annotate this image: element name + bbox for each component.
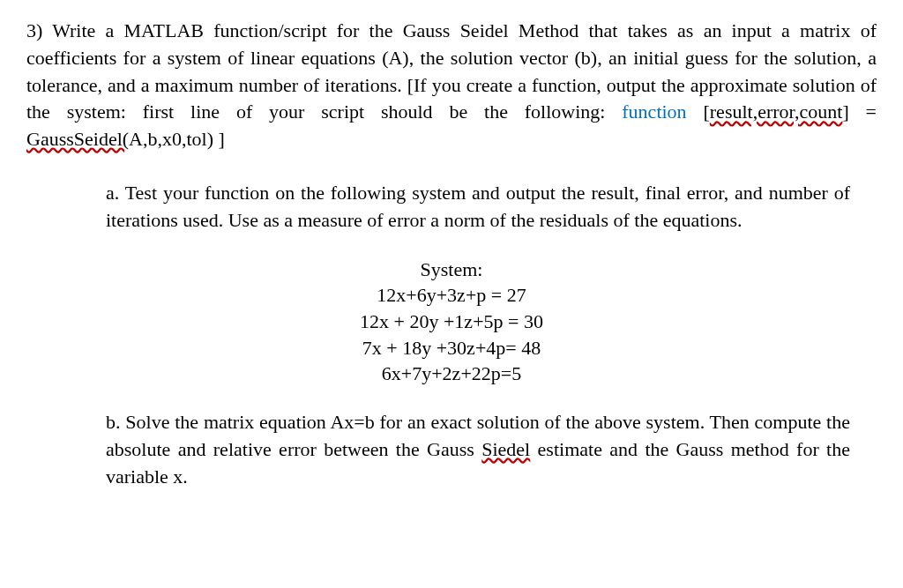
part-a-label: a. — [106, 182, 119, 204]
func-args: A,b,x0,tol) ] — [129, 128, 225, 150]
func-sig-open: [ — [687, 100, 710, 123]
system-title: System: — [26, 257, 877, 283]
equation-2: 12x + 20y +1z+5p = 30 — [26, 309, 877, 335]
function-keyword: function — [622, 100, 686, 123]
part-b-label: b. — [106, 411, 121, 433]
equation-3: 7x + 18y +30z+4p= 48 — [26, 335, 877, 361]
func-sig-close: ] = — [842, 100, 877, 123]
part-b: b. Solve the matrix equation Ax=b for an… — [106, 409, 850, 490]
func-name: GaussSeidel( — [26, 128, 129, 150]
system-equations: System: 12x+6y+3z+p = 27 12x + 20y +1z+5… — [26, 257, 877, 387]
func-outputs: result,error,count — [710, 100, 843, 123]
part-a: a. Test your function on the following s… — [106, 180, 850, 234]
equation-1: 12x+6y+3z+p = 27 — [26, 282, 877, 309]
question-number: 3) — [26, 19, 42, 41]
question-3-paragraph: 3) Write a MATLAB function/script for th… — [26, 18, 877, 153]
part-a-text: Test your function on the following syst… — [106, 182, 850, 231]
siedel-misspell: Siedel — [481, 438, 530, 460]
equation-4: 6x+7y+2z+22p=5 — [26, 361, 877, 387]
